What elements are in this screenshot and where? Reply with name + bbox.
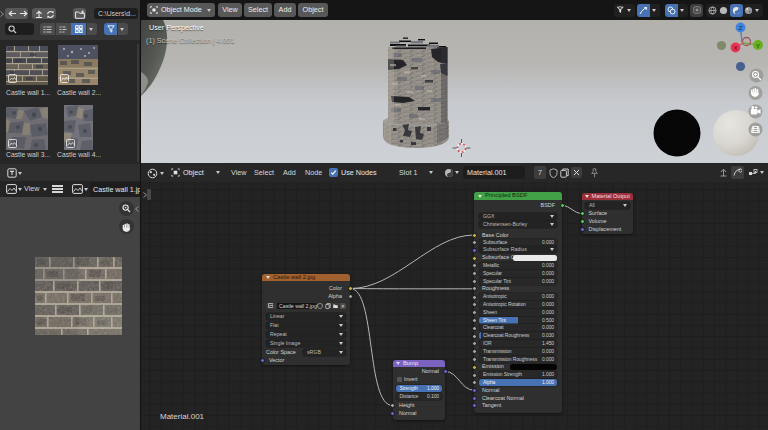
svg-text:X: X <box>733 45 737 51</box>
svg-text:Z: Z <box>739 25 743 31</box>
svg-text:Y: Y <box>756 43 760 49</box>
